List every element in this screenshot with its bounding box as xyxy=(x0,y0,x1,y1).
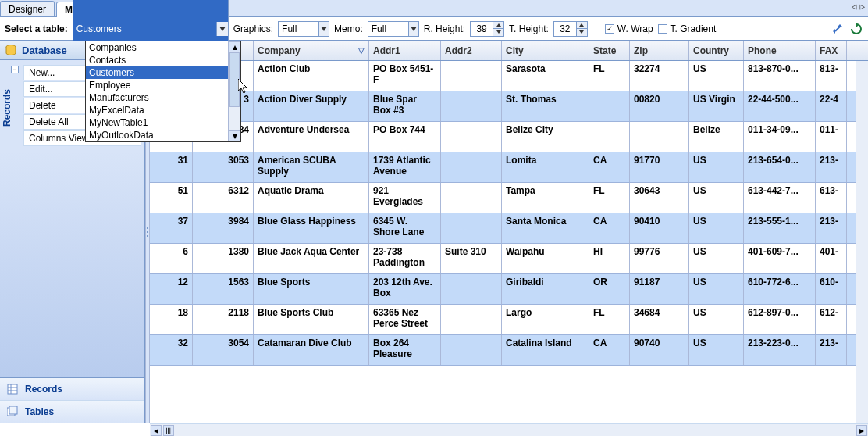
table-cell[interactable]: 1739 Atlantic Avenue xyxy=(369,152,441,182)
table-cell[interactable]: 6312 xyxy=(193,183,254,213)
dropdown-item[interactable]: Employee xyxy=(86,79,240,91)
table-cell[interactable]: 6345 W. Shore Lane xyxy=(369,213,441,243)
hscroll-left-icon[interactable]: ◂ xyxy=(151,425,162,436)
table-cell[interactable]: 23-738 Paddington xyxy=(369,244,441,273)
table-row[interactable]: 171984Adventure UnderseaPO Box 744Belize… xyxy=(150,122,868,152)
table-cell[interactable]: Blue Glass Happiness xyxy=(254,213,369,243)
dropdown-scroll-down-icon[interactable]: ▾ xyxy=(229,130,240,141)
table-cell[interactable]: 31 xyxy=(150,152,193,182)
table-cell[interactable]: 921 Everglades xyxy=(369,183,441,213)
column-header[interactable]: Country xyxy=(689,41,744,60)
table-cell[interactable]: 32274 xyxy=(630,61,689,91)
dropdown-scrollbar[interactable]: ▴ ▾ xyxy=(228,41,240,141)
table-cell[interactable]: 99776 xyxy=(630,244,689,273)
table-cell[interactable]: 610-772-6... xyxy=(744,274,816,304)
table-cell[interactable]: 32 xyxy=(150,335,193,365)
table-cell[interactable]: 37 xyxy=(150,213,193,243)
table-cell[interactable]: 612- xyxy=(816,305,847,334)
table-cell[interactable]: 612-897-0... xyxy=(744,305,816,334)
title-gradient-checkbox[interactable]: T. Gradient xyxy=(658,23,717,34)
table-cell[interactable]: 22-4 xyxy=(816,91,847,121)
table-cell[interactable]: 3984 xyxy=(193,213,254,243)
table-cell[interactable]: 63365 Nez Perce Street xyxy=(369,305,441,334)
table-cell[interactable]: 51 xyxy=(150,183,193,213)
tree-collapse-icon[interactable]: − xyxy=(11,66,19,73)
table-cell[interactable]: 1563 xyxy=(193,274,254,304)
table-cell[interactable]: St. Thomas xyxy=(502,91,589,121)
table-cell[interactable]: PO Box 744 xyxy=(369,122,441,152)
table-cell[interactable] xyxy=(441,122,502,152)
horizontal-scrollbar[interactable]: ◂ ⫼ ▸ xyxy=(150,423,868,436)
table-cell[interactable]: Box 264 Pleasure xyxy=(369,335,441,365)
table-cell[interactable] xyxy=(441,61,502,91)
vertical-scrollbar[interactable] xyxy=(856,61,868,423)
table-cell[interactable]: 613-442-7... xyxy=(744,183,816,213)
table-cell[interactable]: 213- xyxy=(816,335,847,365)
table-cell[interactable]: PO Box 5451-F xyxy=(369,61,441,91)
table-cell[interactable]: 22-44-500... xyxy=(744,91,816,121)
table-cell[interactable]: 401- xyxy=(816,244,847,273)
table-cell[interactable]: Santa Monica xyxy=(502,213,589,243)
table-cell[interactable]: FL xyxy=(589,183,630,213)
table-cell[interactable] xyxy=(441,335,502,365)
table-row[interactable]: 516312Aquatic Drama921 EvergladesTampaFL… xyxy=(150,183,868,213)
graphics-select[interactable] xyxy=(278,21,329,37)
table-cell[interactable]: Action Club xyxy=(254,61,369,91)
table-cell[interactable]: 813-870-0... xyxy=(744,61,816,91)
table-cell[interactable]: 90740 xyxy=(630,335,689,365)
tab-designer[interactable]: Designer xyxy=(0,1,55,16)
table-cell[interactable]: 90410 xyxy=(630,213,689,243)
table-row[interactable]: 373984Blue Glass Happiness6345 W. Shore … xyxy=(150,213,868,244)
word-wrap-checkbox[interactable]: ✓ W. Wrap xyxy=(605,23,653,34)
dropdown-item[interactable]: Manufacturers xyxy=(86,91,240,104)
memo-select[interactable] xyxy=(368,21,419,37)
table-cell[interactable]: HI xyxy=(589,244,630,273)
table-cell[interactable]: US xyxy=(689,183,744,213)
table-cell[interactable]: 813- xyxy=(816,61,847,91)
column-header[interactable]: State xyxy=(589,41,630,60)
table-cell[interactable]: 91770 xyxy=(630,152,689,182)
table-cell[interactable] xyxy=(441,152,502,182)
column-header[interactable]: Addr1 xyxy=(369,41,441,60)
title-height-down[interactable] xyxy=(576,29,587,36)
title-height-spinner[interactable] xyxy=(553,21,588,37)
table-cell[interactable]: US xyxy=(689,335,744,365)
table-cell[interactable]: US xyxy=(689,244,744,273)
hscroll-right-icon[interactable]: ▸ xyxy=(856,425,867,436)
table-cell[interactable]: Action Diver Supply xyxy=(254,91,369,121)
tab-next-icon[interactable]: ▷ xyxy=(859,2,865,12)
table-cell[interactable]: CA xyxy=(589,213,630,243)
table-dropdown-list[interactable]: CompaniesContactsCustomersEmployeeManufa… xyxy=(85,41,241,142)
hscroll-track[interactable] xyxy=(175,425,856,436)
nav-tables[interactable]: Tables xyxy=(0,401,144,423)
table-cell[interactable]: US Virgin xyxy=(689,91,744,121)
table-cell[interactable]: Catalina Island xyxy=(502,335,589,365)
table-cell[interactable]: 613- xyxy=(816,183,847,213)
table-cell[interactable]: CA xyxy=(589,335,630,365)
table-cell[interactable]: 1380 xyxy=(193,244,254,273)
dropdown-item[interactable]: Companies xyxy=(86,41,240,54)
graphics-dropdown-button[interactable] xyxy=(318,22,329,36)
table-cell[interactable]: 011-34-09... xyxy=(744,122,816,152)
table-cell[interactable]: 6 xyxy=(150,244,193,273)
table-cell[interactable] xyxy=(441,305,502,334)
table-cell[interactable] xyxy=(441,213,502,243)
table-cell[interactable]: American SCUBA Supply xyxy=(254,152,369,182)
table-row[interactable]: 323054Catamaran Dive ClubBox 264 Pleasur… xyxy=(150,335,868,366)
table-row[interactable]: 61380Blue Jack Aqua Center23-738 Padding… xyxy=(150,244,868,274)
table-cell[interactable]: Aquatic Drama xyxy=(254,183,369,213)
table-cell[interactable]: Blue Jack Aqua Center xyxy=(254,244,369,273)
row-height-spinner[interactable] xyxy=(470,21,504,37)
table-cell[interactable]: 213- xyxy=(816,213,847,243)
table-cell[interactable]: 213-654-0... xyxy=(744,152,816,182)
table-cell[interactable]: OR xyxy=(589,274,630,304)
table-cell[interactable] xyxy=(630,122,689,152)
table-cell[interactable]: US xyxy=(689,61,744,91)
dropdown-item[interactable]: MyOutlookData xyxy=(86,129,240,141)
nav-records[interactable]: Records xyxy=(0,378,144,401)
table-row[interactable]: 182118Blue Sports Club63365 Nez Perce St… xyxy=(150,305,868,335)
table-row[interactable]: Action ClubPO Box 5451-FSarasotaFL32274U… xyxy=(150,61,868,91)
table-select-dropdown-button[interactable] xyxy=(216,22,228,36)
column-header[interactable]: Company▽ xyxy=(254,41,369,60)
table-cell[interactable]: 213-223-0... xyxy=(744,335,816,365)
